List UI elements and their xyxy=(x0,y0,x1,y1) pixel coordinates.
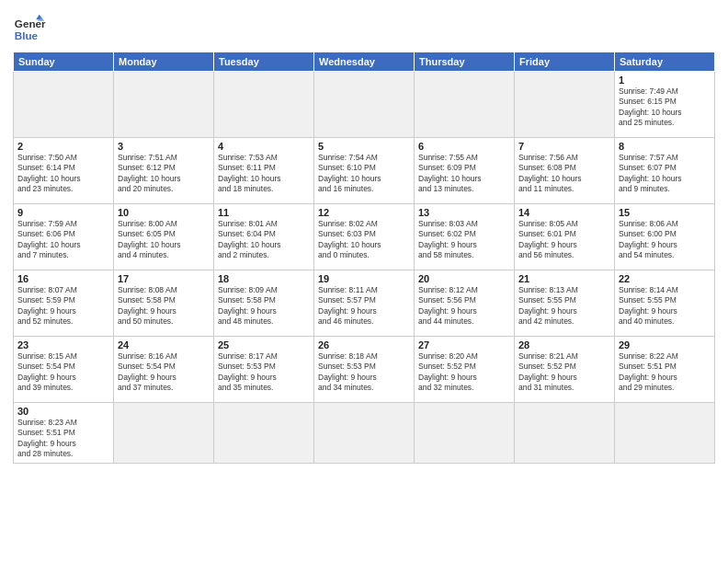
calendar-cell xyxy=(615,403,715,464)
calendar-header-wednesday: Wednesday xyxy=(314,52,415,72)
calendar-cell: 3Sunrise: 7:51 AM Sunset: 6:12 PM Daylig… xyxy=(114,138,214,204)
calendar-cell: 30Sunrise: 8:23 AM Sunset: 5:51 PM Dayli… xyxy=(14,403,114,464)
calendar-cell: 24Sunrise: 8:16 AM Sunset: 5:54 PM Dayli… xyxy=(114,337,214,403)
calendar-cell: 4Sunrise: 7:53 AM Sunset: 6:11 PM Daylig… xyxy=(214,138,314,204)
day-number: 14 xyxy=(518,207,610,218)
day-number: 3 xyxy=(118,141,210,152)
day-number: 30 xyxy=(17,406,109,417)
calendar-cell: 28Sunrise: 8:21 AM Sunset: 5:52 PM Dayli… xyxy=(515,337,615,403)
calendar-week-row: 2Sunrise: 7:50 AM Sunset: 6:14 PM Daylig… xyxy=(14,138,715,204)
day-info: Sunrise: 8:06 AM Sunset: 6:00 PM Dayligh… xyxy=(619,219,711,261)
calendar-header-tuesday: Tuesday xyxy=(214,52,314,72)
day-info: Sunrise: 7:57 AM Sunset: 6:07 PM Dayligh… xyxy=(619,153,711,195)
day-info: Sunrise: 8:01 AM Sunset: 6:04 PM Dayligh… xyxy=(218,219,310,261)
day-info: Sunrise: 8:09 AM Sunset: 5:58 PM Dayligh… xyxy=(218,285,310,327)
day-number: 1 xyxy=(619,75,711,86)
day-number: 21 xyxy=(518,273,610,284)
day-number: 10 xyxy=(118,207,210,218)
day-number: 25 xyxy=(218,339,310,350)
calendar-cell xyxy=(314,72,415,138)
day-number: 18 xyxy=(218,273,310,284)
calendar-cell xyxy=(214,403,314,464)
day-info: Sunrise: 8:15 AM Sunset: 5:54 PM Dayligh… xyxy=(17,351,109,394)
day-number: 27 xyxy=(418,339,510,350)
calendar-cell: 22Sunrise: 8:14 AM Sunset: 5:55 PM Dayli… xyxy=(615,270,715,337)
calendar-header-friday: Friday xyxy=(515,52,615,72)
day-info: Sunrise: 7:51 AM Sunset: 6:12 PM Dayligh… xyxy=(118,153,210,195)
day-number: 9 xyxy=(17,207,109,218)
calendar-cell: 5Sunrise: 7:54 AM Sunset: 6:10 PM Daylig… xyxy=(314,138,415,204)
calendar-table: SundayMondayTuesdayWednesdayThursdayFrid… xyxy=(13,52,715,464)
calendar-week-row: 23Sunrise: 8:15 AM Sunset: 5:54 PM Dayli… xyxy=(14,337,715,403)
day-info: Sunrise: 7:54 AM Sunset: 6:10 PM Dayligh… xyxy=(318,153,410,195)
day-info: Sunrise: 8:22 AM Sunset: 5:51 PM Dayligh… xyxy=(619,351,711,394)
calendar-week-row: 30Sunrise: 8:23 AM Sunset: 5:51 PM Dayli… xyxy=(14,403,715,464)
day-number: 13 xyxy=(418,207,510,218)
calendar-cell: 29Sunrise: 8:22 AM Sunset: 5:51 PM Dayli… xyxy=(615,337,715,403)
day-number: 17 xyxy=(118,273,210,284)
day-number: 12 xyxy=(318,207,410,218)
day-number: 23 xyxy=(17,339,109,350)
day-info: Sunrise: 8:21 AM Sunset: 5:52 PM Dayligh… xyxy=(518,351,610,394)
calendar-cell xyxy=(114,403,214,464)
day-number: 2 xyxy=(17,141,109,152)
day-number: 8 xyxy=(619,141,711,152)
svg-text:Blue: Blue xyxy=(15,29,39,41)
calendar-cell xyxy=(14,72,114,138)
calendar-cell: 6Sunrise: 7:55 AM Sunset: 6:09 PM Daylig… xyxy=(415,138,515,204)
calendar-cell: 19Sunrise: 8:11 AM Sunset: 5:57 PM Dayli… xyxy=(314,270,415,337)
calendar-cell: 27Sunrise: 8:20 AM Sunset: 5:52 PM Dayli… xyxy=(415,337,515,403)
calendar-cell: 20Sunrise: 8:12 AM Sunset: 5:56 PM Dayli… xyxy=(415,270,515,337)
day-info: Sunrise: 8:12 AM Sunset: 5:56 PM Dayligh… xyxy=(418,285,510,327)
day-number: 6 xyxy=(418,141,510,152)
day-info: Sunrise: 8:16 AM Sunset: 5:54 PM Dayligh… xyxy=(118,351,210,394)
day-info: Sunrise: 8:11 AM Sunset: 5:57 PM Dayligh… xyxy=(318,285,410,327)
day-info: Sunrise: 8:14 AM Sunset: 5:55 PM Dayligh… xyxy=(619,285,711,327)
calendar-cell: 8Sunrise: 7:57 AM Sunset: 6:07 PM Daylig… xyxy=(615,138,715,204)
calendar-cell: 21Sunrise: 8:13 AM Sunset: 5:55 PM Dayli… xyxy=(515,270,615,337)
day-number: 4 xyxy=(218,141,310,152)
calendar-cell: 7Sunrise: 7:56 AM Sunset: 6:08 PM Daylig… xyxy=(515,138,615,204)
calendar-week-row: 16Sunrise: 8:07 AM Sunset: 5:59 PM Dayli… xyxy=(14,270,715,337)
calendar-cell xyxy=(314,403,415,464)
calendar-cell: 18Sunrise: 8:09 AM Sunset: 5:58 PM Dayli… xyxy=(214,270,314,337)
day-info: Sunrise: 8:18 AM Sunset: 5:53 PM Dayligh… xyxy=(318,351,410,394)
calendar-cell xyxy=(515,72,615,138)
day-number: 26 xyxy=(318,339,410,350)
day-number: 19 xyxy=(318,273,410,284)
calendar-header-saturday: Saturday xyxy=(615,52,715,72)
calendar-cell xyxy=(415,72,515,138)
day-info: Sunrise: 8:20 AM Sunset: 5:52 PM Dayligh… xyxy=(418,351,510,394)
day-number: 5 xyxy=(318,141,410,152)
calendar-cell xyxy=(214,72,314,138)
day-info: Sunrise: 8:03 AM Sunset: 6:02 PM Dayligh… xyxy=(418,219,510,261)
day-number: 7 xyxy=(518,141,610,152)
calendar-header-thursday: Thursday xyxy=(415,52,515,72)
day-number: 28 xyxy=(518,339,610,350)
calendar-cell: 15Sunrise: 8:06 AM Sunset: 6:00 PM Dayli… xyxy=(615,204,715,270)
calendar-cell: 1Sunrise: 7:49 AM Sunset: 6:15 PM Daylig… xyxy=(615,72,715,138)
calendar-cell: 13Sunrise: 8:03 AM Sunset: 6:02 PM Dayli… xyxy=(415,204,515,270)
page: General Blue SundayMondayTuesdayWednesda… xyxy=(0,0,728,563)
day-info: Sunrise: 7:53 AM Sunset: 6:11 PM Dayligh… xyxy=(218,153,310,195)
day-info: Sunrise: 7:50 AM Sunset: 6:14 PM Dayligh… xyxy=(17,153,109,195)
logo: General Blue xyxy=(13,13,46,46)
header: General Blue xyxy=(13,9,715,46)
calendar-cell: 26Sunrise: 8:18 AM Sunset: 5:53 PM Dayli… xyxy=(314,337,415,403)
calendar-cell xyxy=(515,403,615,464)
day-number: 11 xyxy=(218,207,310,218)
calendar-cell: 12Sunrise: 8:02 AM Sunset: 6:03 PM Dayli… xyxy=(314,204,415,270)
calendar-cell: 10Sunrise: 8:00 AM Sunset: 6:05 PM Dayli… xyxy=(114,204,214,270)
calendar-cell xyxy=(415,403,515,464)
calendar-cell: 17Sunrise: 8:08 AM Sunset: 5:58 PM Dayli… xyxy=(114,270,214,337)
day-info: Sunrise: 7:56 AM Sunset: 6:08 PM Dayligh… xyxy=(518,153,610,195)
calendar-cell: 23Sunrise: 8:15 AM Sunset: 5:54 PM Dayli… xyxy=(14,337,114,403)
day-info: Sunrise: 7:49 AM Sunset: 6:15 PM Dayligh… xyxy=(619,86,711,129)
calendar-header-sunday: Sunday xyxy=(14,52,114,72)
generalblue-logo-icon: General Blue xyxy=(13,13,46,46)
calendar-week-row: 9Sunrise: 7:59 AM Sunset: 6:06 PM Daylig… xyxy=(14,204,715,270)
calendar-cell: 25Sunrise: 8:17 AM Sunset: 5:53 PM Dayli… xyxy=(214,337,314,403)
day-info: Sunrise: 8:13 AM Sunset: 5:55 PM Dayligh… xyxy=(518,285,610,327)
day-info: Sunrise: 8:17 AM Sunset: 5:53 PM Dayligh… xyxy=(218,351,310,394)
day-info: Sunrise: 8:00 AM Sunset: 6:05 PM Dayligh… xyxy=(118,219,210,261)
